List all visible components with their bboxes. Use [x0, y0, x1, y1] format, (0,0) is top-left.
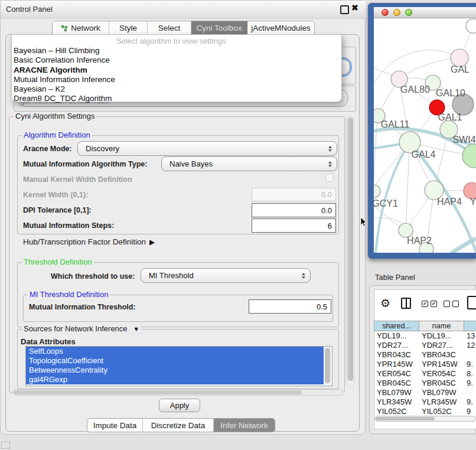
apply-button[interactable]: Apply: [159, 399, 200, 412]
stepper-icon: [328, 146, 332, 152]
algorithm-option[interactable]: Bayesian – K2: [12, 84, 341, 94]
table-cell: YBR043C: [422, 350, 456, 359]
network-node-label: HAP2: [407, 236, 432, 246]
table-cell: 9.: [467, 360, 473, 369]
control-panel-titlebar[interactable]: Control Panel ✖: [1, 1, 366, 19]
network-node-gcy1[interactable]: [374, 185, 380, 198]
expand-right-icon: ▶: [149, 238, 155, 246]
dock-corner-widget[interactable]: [1, 442, 10, 449]
columns-icon[interactable]: [401, 298, 411, 309]
float-window-icon[interactable]: [340, 5, 349, 14]
close-icon[interactable]: ✖: [351, 3, 358, 12]
mi-threshold-label: Mutual Information Threshold:: [29, 303, 136, 311]
algorithm-option[interactable]: ARACNE Algorithm: [12, 66, 341, 75]
column-header-shared[interactable]: shared...: [374, 321, 419, 331]
table-row[interactable]: YBR045CYBR045C9.: [374, 379, 476, 388]
algorithm-option[interactable]: Dream8 DC_TDC Algorithm: [12, 94, 341, 103]
column-header-partial[interactable]: [464, 321, 476, 331]
list-scrollbar-thumb[interactable]: [325, 348, 330, 383]
tab-infer-network[interactable]: Infer Network: [214, 419, 275, 432]
table-cell: 9.: [467, 379, 473, 387]
settings-horizontal-scrollbar[interactable]: [12, 389, 344, 396]
table-cell: YER054C: [377, 369, 411, 378]
tab-cyni-toolbox[interactable]: Cyni Toolbox: [191, 21, 247, 35]
table-panel-title: Table Panel: [375, 273, 415, 282]
table-row[interactable]: YDR27...YDR27...12: [374, 341, 476, 350]
data-attributes-list[interactable]: SelfLoopsTopologicalCoefficientBetweenne…: [25, 346, 332, 386]
table-horizontal-scrollbar[interactable]: [374, 416, 476, 422]
table-cell: YPR145W: [422, 360, 458, 369]
which-threshold-combo[interactable]: MI Threshold: [141, 268, 311, 283]
aracne-mode-combo[interactable]: Discovery: [77, 141, 337, 156]
mi-algorithm-type-label: Mutual Information Algorithm Type:: [23, 160, 147, 168]
table-horizontal-thumb[interactable]: [376, 417, 435, 420]
table-cell: YDR27...: [422, 341, 453, 350]
attribute-list-item[interactable]: gal4RGexp: [26, 375, 324, 384]
attribute-list-item[interactable]: SelfLoops: [26, 347, 324, 356]
mi-algorithm-type-combo[interactable]: Naive Bayes: [161, 156, 337, 171]
mi-steps-input[interactable]: 6: [252, 219, 336, 233]
tab-jactivemnodules[interactable]: jActiveMNodules: [247, 21, 314, 35]
table-row[interactable]: YBL079WYBL079W: [374, 388, 476, 397]
network-node[interactable]: [466, 19, 476, 33]
close-traffic-light-icon[interactable]: [382, 9, 389, 16]
table-cell: YPR145W: [377, 360, 413, 369]
algorithm-option[interactable]: Basic Correlation Inference: [12, 56, 341, 65]
attribute-list-item[interactable]: TopologicalCoefficient: [26, 356, 324, 366]
algorithm-option[interactable]: Bayesian – Hill Climbing: [12, 46, 341, 56]
screen: Control Panel ✖ Network Style Select: [0, 0, 476, 450]
manual-kernel-checkbox[interactable]: [325, 174, 334, 182]
dpi-tolerance-label: DPI Tolerance [0,1]:: [23, 206, 92, 214]
table-row[interactable]: YBR043CYBR043C: [374, 350, 476, 360]
minimize-traffic-light-icon[interactable]: [393, 9, 400, 16]
list-scrollbar[interactable]: [324, 347, 331, 385]
control-panel-title: Control Panel: [6, 5, 53, 14]
checked-checkbox-icon[interactable]: [431, 301, 437, 307]
apply-button-label: Apply: [170, 401, 190, 410]
hub-definition-expander[interactable]: Hub/Transcription Factor Definition▶: [23, 237, 155, 246]
network-window-titlebar[interactable]: [374, 7, 476, 18]
table-cell: YDR27...: [377, 341, 408, 350]
tab-jactivemnodules-label: jActiveMNodules: [251, 24, 311, 32]
table-row[interactable]: YLR345WYLR345W9.: [374, 397, 476, 407]
tab-impute-data[interactable]: Impute Data: [87, 419, 143, 432]
kernel-width-input[interactable]: 0.0: [252, 188, 336, 201]
table-row[interactable]: YDL19...YDL19...13: [374, 331, 476, 341]
tab-select[interactable]: Select: [148, 21, 191, 35]
network-canvas[interactable]: GALGAL80GAL10GAL1SWI4GAL11GAL4GCY1HAP4YH…: [374, 18, 476, 253]
table-cell: YBL079W: [422, 388, 457, 397]
table-cell: 9: [467, 407, 471, 415]
table-row[interactable]: YER054CYER054C8.: [374, 369, 476, 379]
network-node-label: GAL1: [438, 112, 462, 122]
dpi-tolerance-value: 0.0: [321, 206, 332, 215]
table-row[interactable]: YPR145WYPR145W9.: [374, 360, 476, 369]
settings-horizontal-thumb[interactable]: [14, 390, 302, 394]
zoom-traffic-light-icon[interactable]: [405, 9, 412, 16]
table-toolbar: ⚙: [374, 292, 476, 317]
tab-style[interactable]: Style: [109, 21, 148, 35]
unchecked-checkbox-icon[interactable]: [452, 301, 459, 307]
mi-threshold-input[interactable]: 0.5: [249, 299, 331, 314]
network-node-label: GAL4: [412, 149, 436, 159]
sources-expander[interactable]: Sources for Network Inference ▼: [22, 325, 141, 333]
column-header-name[interactable]: name: [419, 321, 464, 331]
tab-network[interactable]: Network: [53, 21, 109, 35]
algorithm-option[interactable]: Mutual Information Inference: [12, 75, 341, 84]
network-node-label: HAP4: [437, 197, 462, 207]
unchecked-checkbox-icon[interactable]: [444, 301, 450, 307]
stepper-icon: [302, 273, 305, 279]
sources-title: Sources for Network Inference: [24, 324, 128, 333]
attribute-list-item[interactable]: BetweennessCentrality: [26, 366, 324, 375]
tab-discretize-data[interactable]: Discretize Data: [143, 419, 214, 432]
table-row[interactable]: YIL052CYIL052C9: [374, 407, 476, 415]
manual-kernel-label: Manual Kernel Width Definition: [23, 175, 132, 184]
network-edge[interactable]: [406, 142, 410, 230]
dpi-tolerance-input[interactable]: 0.0: [252, 203, 336, 217]
settings-vertical-scrollbar[interactable]: [346, 116, 354, 387]
settings-vertical-thumb[interactable]: [347, 118, 353, 381]
network-node-label: GAL11: [381, 119, 410, 129]
checked-checkbox-icon[interactable]: [422, 301, 428, 307]
mi-steps-label: Mutual Information Steps:: [23, 221, 114, 230]
document-icon[interactable]: [467, 296, 476, 309]
gear-icon[interactable]: ⚙: [380, 296, 390, 310]
